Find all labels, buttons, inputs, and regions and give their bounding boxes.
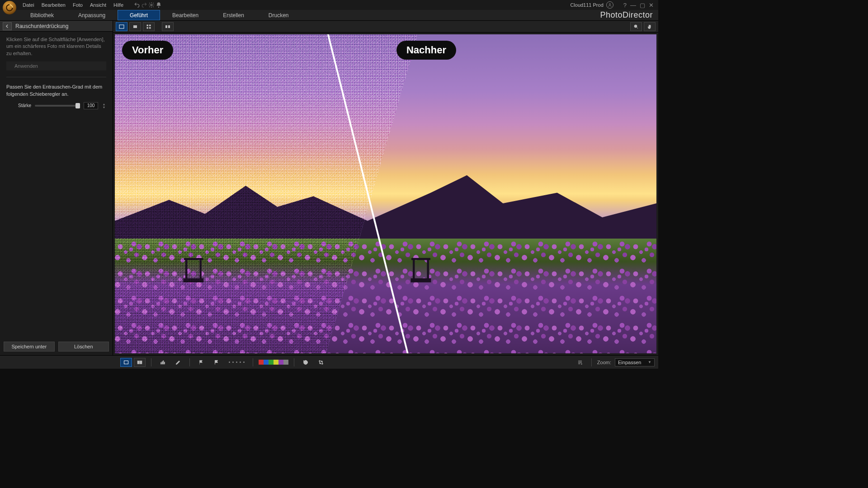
- view-compare-button[interactable]: [162, 22, 174, 31]
- svg-point-3: [609, 4, 610, 5]
- crop-button[interactable]: [315, 358, 327, 367]
- bottom-bar: Zoom: Einpassen ▼: [0, 355, 658, 369]
- maximize-button[interactable]: ▢: [638, 2, 647, 9]
- color-swatch[interactable]: [259, 360, 264, 365]
- svg-point-12: [634, 25, 637, 28]
- minimize-button[interactable]: —: [628, 2, 638, 9]
- zoom-label: Zoom:: [597, 360, 611, 365]
- svg-rect-7: [149, 24, 151, 26]
- color-label-swatches[interactable]: [259, 360, 288, 365]
- color-swatch[interactable]: [274, 360, 278, 365]
- user-account[interactable]: Cloud111 Prod: [570, 1, 613, 9]
- svg-rect-9: [149, 27, 151, 29]
- viewport: Vorher Nachher: [113, 21, 658, 355]
- user-avatar-icon: [606, 1, 613, 9]
- slider-description: Passen Sie den Entrauschen-Grad mit dem …: [6, 84, 106, 98]
- menu-view[interactable]: Ansicht: [86, 1, 110, 9]
- apply-button[interactable]: Anwenden: [6, 61, 106, 70]
- tab-edit[interactable]: Bearbeiten: [160, 10, 211, 20]
- svg-rect-27: [164, 362, 165, 364]
- before-badge: Vorher: [122, 41, 173, 60]
- tab-print[interactable]: Drucken: [256, 10, 301, 20]
- strength-value[interactable]: 100: [84, 102, 98, 109]
- menu-help[interactable]: Hilfe: [110, 1, 127, 9]
- panel-back-button[interactable]: [3, 22, 12, 30]
- close-button[interactable]: ✕: [647, 2, 656, 9]
- view-single-button[interactable]: [116, 22, 127, 31]
- svg-rect-8: [147, 27, 149, 29]
- panel-title: Rauschunterdrückung: [15, 23, 68, 29]
- tool-panel: Rauschunterdrückung Klicken Sie auf die …: [0, 21, 113, 355]
- flag-rejected-button[interactable]: [211, 358, 222, 367]
- strength-increment[interactable]: ▲: [102, 103, 106, 106]
- menu-bar: Datei Bearbeiten Foto Ansicht Hilfe Clou…: [0, 0, 658, 10]
- strength-slider-thumb[interactable]: [75, 103, 80, 108]
- color-swatch[interactable]: [278, 360, 283, 365]
- pan-tool-button[interactable]: [644, 22, 656, 31]
- save-as-button[interactable]: Speichern unter: [4, 342, 55, 352]
- strength-slider[interactable]: [35, 105, 80, 107]
- after-badge: Nachher: [396, 41, 456, 60]
- panel-hint-text: Klicken Sie auf die Schaltfläche [Anwend…: [6, 36, 106, 57]
- zoom-value: Einpassen: [618, 360, 641, 365]
- tab-library[interactable]: Bibliothek: [18, 10, 66, 20]
- svg-rect-21: [124, 361, 128, 364]
- list-options-button[interactable]: [574, 358, 586, 367]
- app-logo: [3, 1, 16, 14]
- svg-rect-5: [133, 25, 137, 28]
- split-preview-button[interactable]: [134, 358, 146, 367]
- color-swatch[interactable]: [264, 360, 269, 365]
- tab-guided[interactable]: Geführt: [118, 10, 160, 20]
- chevron-down-icon: ▼: [648, 360, 651, 364]
- svg-rect-24: [161, 362, 162, 364]
- menu-file[interactable]: Datei: [19, 1, 38, 9]
- single-preview-button[interactable]: [120, 358, 132, 367]
- svg-rect-23: [140, 361, 142, 364]
- image-canvas[interactable]: Vorher Nachher: [115, 34, 656, 353]
- redo-icon[interactable]: [141, 1, 148, 9]
- mode-tab-bar: Bibliothek Anpassung Geführt Bearbeiten …: [0, 10, 658, 21]
- tab-create[interactable]: Erstellen: [211, 10, 256, 20]
- svg-rect-22: [137, 361, 140, 364]
- user-name-label: Cloud111 Prod: [570, 2, 603, 8]
- delete-button[interactable]: Löschen: [58, 342, 109, 352]
- flag-picked-button[interactable]: [195, 358, 207, 367]
- zoom-select[interactable]: Einpassen ▼: [615, 358, 655, 366]
- view-toolbar: [113, 21, 658, 33]
- histogram-button[interactable]: [157, 358, 169, 367]
- rotate-button[interactable]: [300, 358, 311, 367]
- rating-dots[interactable]: [226, 361, 247, 363]
- svg-rect-11: [168, 25, 170, 28]
- tab-adjust[interactable]: Anpassung: [66, 10, 118, 20]
- menu-edit[interactable]: Bearbeiten: [38, 1, 69, 9]
- svg-rect-4: [119, 25, 124, 28]
- color-swatch[interactable]: [283, 360, 288, 365]
- svg-rect-19: [427, 258, 429, 281]
- brush-button[interactable]: [172, 358, 184, 367]
- view-fit-button[interactable]: [129, 22, 141, 31]
- app-title: PhotoDirector: [594, 10, 658, 20]
- zoom-tool-button[interactable]: [630, 22, 642, 31]
- svg-rect-18: [413, 258, 415, 281]
- notification-icon[interactable]: [155, 1, 162, 9]
- menu-photo[interactable]: Foto: [69, 1, 86, 9]
- svg-point-2: [158, 7, 159, 8]
- svg-rect-25: [162, 361, 163, 364]
- settings-icon[interactable]: [148, 1, 155, 9]
- svg-rect-20: [411, 258, 430, 260]
- help-button[interactable]: ?: [622, 2, 628, 9]
- strength-decrement[interactable]: ▼: [102, 106, 106, 109]
- svg-point-1: [151, 4, 152, 6]
- svg-rect-10: [165, 25, 167, 28]
- svg-rect-6: [147, 24, 149, 26]
- undo-icon[interactable]: [133, 1, 141, 9]
- strength-label: Stärke: [6, 103, 31, 108]
- color-swatch[interactable]: [269, 360, 274, 365]
- view-grid-button[interactable]: [143, 22, 155, 31]
- svg-rect-26: [163, 361, 164, 364]
